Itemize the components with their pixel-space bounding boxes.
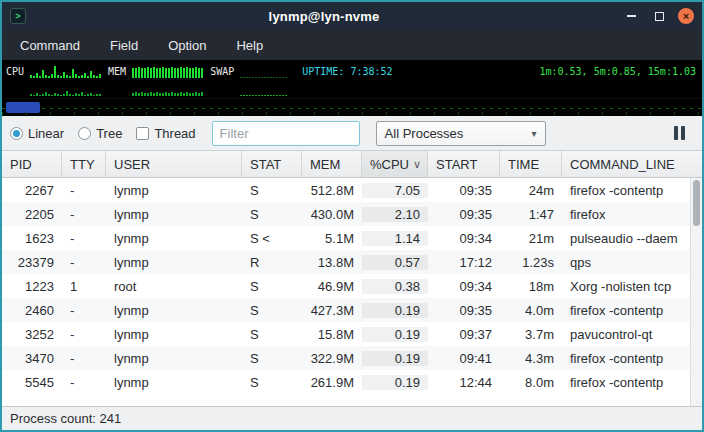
cpu-graph-row2 [30, 82, 102, 96]
cell-start: 09:41 [428, 351, 500, 366]
cell-tty: - [62, 351, 106, 366]
cell-pid: 2205 [2, 207, 62, 222]
linear-radio[interactable]: Linear [10, 126, 64, 141]
maximize-button[interactable] [650, 7, 668, 25]
cell-user: lynmp [106, 255, 242, 270]
column-label: COMMAND_LINE [570, 157, 675, 172]
column-label: TIME [508, 157, 539, 172]
column-label: TTY [70, 157, 95, 172]
linear-label: Linear [28, 126, 64, 141]
cell-time: 4.0m [500, 303, 562, 318]
process-row[interactable]: 3470-lynmpS322.9M0.1909:414.3mfirefox -c… [2, 346, 690, 370]
thread-checkbox[interactable]: Thread [136, 126, 195, 141]
cell-tty: 1 [62, 279, 106, 294]
swap-graph-row2 [240, 82, 288, 96]
cell-stat: S [242, 207, 302, 222]
cell-time: 24m [500, 183, 562, 198]
cell-pid: 5545 [2, 375, 62, 390]
cell-tty: - [62, 303, 106, 318]
chevron-down-icon: ▾ [532, 128, 537, 139]
column-header-cpu[interactable]: %CPU∨ [362, 151, 428, 177]
process-row[interactable]: 2267-lynmpS512.8M7.0509:3524mfirefox -co… [2, 178, 690, 202]
table-body-wrap: 2267-lynmpS512.8M7.0509:3524mfirefox -co… [2, 178, 702, 406]
column-label: %CPU [370, 157, 409, 172]
cell-stat: R [242, 255, 302, 270]
process-scope-select[interactable]: All Processes ▾ [376, 121, 546, 146]
menu-help[interactable]: Help [224, 33, 275, 58]
tree-radio[interactable]: Tree [78, 126, 122, 141]
cell-pid: 1223 [2, 279, 62, 294]
column-header-mem[interactable]: MEM [302, 151, 362, 177]
vertical-scrollbar[interactable] [690, 178, 702, 406]
cell-cpu: 0.19 [362, 303, 428, 318]
radio-off-icon [78, 127, 91, 140]
cell-stat: S < [242, 231, 302, 246]
cpu-label: CPU [6, 66, 24, 78]
column-header-time[interactable]: TIME [500, 151, 562, 177]
cell-pid: 2267 [2, 183, 62, 198]
menu-option[interactable]: Option [156, 33, 218, 58]
swap-label: SWAP [210, 66, 234, 78]
column-header-pid[interactable]: PID [2, 151, 62, 177]
cell-stat: S [242, 279, 302, 294]
menu-command[interactable]: Command [8, 33, 92, 58]
process-row[interactable]: 12231rootS46.9M0.3809:3418mXorg -noliste… [2, 274, 690, 298]
checkbox-icon [136, 127, 149, 140]
pause-icon [681, 126, 685, 140]
cell-mem: 261.9M [302, 375, 362, 390]
cell-mem: 46.9M [302, 279, 362, 294]
process-row[interactable]: 2460-lynmpS427.3M0.1909:354.0mfirefox -c… [2, 298, 690, 322]
cell-mem: 5.1M [302, 231, 362, 246]
column-header-tty[interactable]: TTY [62, 151, 106, 177]
maximize-icon [655, 12, 664, 21]
cell-start: 09:35 [428, 303, 500, 318]
process-row[interactable]: 3252-lynmpS15.8M0.1909:373.7mpavucontrol… [2, 322, 690, 346]
minimize-button[interactable] [622, 7, 640, 25]
process-row[interactable]: 23379-lynmpR13.8M0.5717:121.23sqps [2, 250, 690, 274]
load-averages-text: 1m:0.53, 5m:0.85, 15m:1.03 [539, 66, 696, 78]
cell-time: 18m [500, 279, 562, 294]
app-window: > lynmp@lyn-nvme × Command Field Option … [0, 0, 704, 432]
cell-time: 1:47 [500, 207, 562, 222]
app-icon: > [10, 8, 26, 24]
column-header-command-line[interactable]: COMMAND_LINE [562, 151, 702, 177]
cell-mem: 430.0M [302, 207, 362, 222]
cell-start: 12:44 [428, 375, 500, 390]
process-row[interactable]: 1623-lynmpS <5.1M1.1409:3421mpulseaudio … [2, 226, 690, 250]
uptime-text: UPTIME: 7:38:52 [302, 66, 392, 78]
titlebar[interactable]: > lynmp@lyn-nvme × [2, 2, 702, 30]
column-header-start[interactable]: START [428, 151, 500, 177]
cell-stat: S [242, 375, 302, 390]
cpu-graph [30, 64, 102, 78]
menu-field[interactable]: Field [98, 33, 150, 58]
swap-graph [240, 64, 288, 78]
system-monitor: CPU MEM SWAP UPTIME: 7:38:52 1m:0.53, 5m… [2, 60, 702, 98]
cell-pid: 3252 [2, 327, 62, 342]
scrollbar-thumb[interactable] [693, 180, 700, 226]
cell-user: lynmp [106, 375, 242, 390]
window-controls: × [622, 7, 694, 25]
menubar: Command Field Option Help [2, 30, 702, 60]
cell-time: 21m [500, 231, 562, 246]
mem-label: MEM [108, 66, 126, 78]
cell-cpu: 0.57 [362, 255, 428, 270]
cell-tty: - [62, 231, 106, 246]
monitor-row-2: CPU MEM SWAP [6, 80, 698, 96]
cell-command-line: pavucontrol-qt [562, 327, 690, 342]
column-header-user[interactable]: USER [106, 151, 242, 177]
process-row[interactable]: 5545-lynmpS261.9M0.1912:448.0mfirefox -c… [2, 370, 690, 394]
close-button[interactable]: × [678, 8, 694, 24]
cell-user: lynmp [106, 231, 242, 246]
cell-cpu: 0.19 [362, 351, 428, 366]
mem-graph-row2 [132, 82, 204, 96]
column-header-stat[interactable]: STAT [242, 151, 302, 177]
cell-user: lynmp [106, 207, 242, 222]
process-row[interactable]: 2205-lynmpS430.0M2.1009:351:47firefox [2, 202, 690, 226]
cell-pid: 2460 [2, 303, 62, 318]
cell-command-line: pulseaudio --daem [562, 231, 690, 246]
minimize-icon [627, 15, 636, 17]
load-graph-highlight [6, 102, 40, 113]
cell-cpu: 0.38 [362, 279, 428, 294]
pause-button[interactable] [671, 123, 688, 143]
filter-input[interactable] [212, 121, 360, 146]
